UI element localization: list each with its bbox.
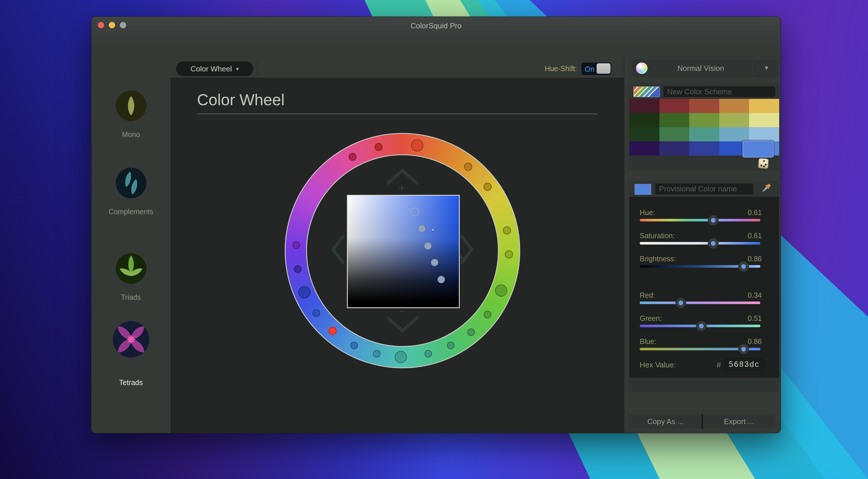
wheel-hue-dot[interactable] — [503, 226, 511, 234]
sidebar-item-mono[interactable] — [91, 88, 170, 124]
scheme-swatch[interactable] — [719, 127, 749, 141]
wheel-hue-dot[interactable] — [505, 250, 513, 259]
striped-swatch-icon — [633, 87, 660, 97]
scheme-name-placeholder: New Color Scheme — [667, 87, 732, 96]
sidebar-item-triads[interactable] — [91, 250, 170, 287]
eyedropper-icon[interactable] — [759, 182, 772, 196]
wheel-hue-dot[interactable] — [464, 163, 472, 171]
sidebar-item-tetrads[interactable] — [91, 318, 170, 361]
scheme-swatch[interactable] — [689, 99, 719, 113]
wheel-hue-dot[interactable] — [375, 143, 382, 151]
slider-row-red: Red:0.34 — [629, 291, 779, 308]
scheme-swatch[interactable] — [719, 99, 749, 113]
scheme-swatch[interactable] — [629, 99, 659, 113]
wheel-hue-dot[interactable] — [425, 350, 432, 357]
slider-thumb[interactable] — [696, 321, 707, 331]
scheme-swatch[interactable] — [629, 127, 659, 141]
toggle-knob[interactable] — [597, 63, 611, 74]
slider-label: Blue: — [640, 337, 656, 346]
wheel-hue-dot[interactable] — [349, 153, 356, 161]
slider-row-saturation: Saturation:0.61 — [629, 232, 779, 249]
vision-mode-dropdown[interactable]: Normal Vision ▼ — [631, 60, 778, 77]
color-name-placeholder: Provisional Color name — [659, 184, 737, 194]
wheel-hue-dot[interactable] — [292, 241, 300, 249]
sidebar-item-complements[interactable] — [91, 165, 170, 201]
hex-input[interactable]: 5683dc — [724, 358, 764, 370]
wheel-hue-dot[interactable] — [373, 350, 380, 357]
square-history-dot[interactable] — [424, 242, 432, 250]
slider-thumb[interactable] — [708, 238, 718, 249]
scheme-swatch[interactable] — [659, 141, 689, 156]
slider-label: Brightness: — [640, 255, 676, 263]
window-title: ColorSquid Pro — [91, 22, 781, 30]
scheme-swatch[interactable] — [689, 141, 719, 156]
saturation-brightness-square[interactable] — [347, 195, 460, 308]
slider-thumb[interactable] — [738, 261, 749, 272]
color-wheel[interactable]: + - - + — [285, 133, 520, 368]
color-scheme-card: New Color Scheme — [629, 83, 779, 171]
toolbar-divider — [257, 60, 257, 77]
square-history-dot[interactable] — [431, 259, 438, 266]
slider-track[interactable] — [640, 324, 761, 327]
square-history-dot[interactable] — [437, 276, 445, 283]
slider-thumb[interactable] — [676, 298, 686, 308]
sidebar-item-label: Triads — [91, 293, 170, 302]
scheme-swatch[interactable] — [629, 141, 659, 156]
scheme-swatch[interactable] — [749, 113, 779, 127]
square-selection-ring[interactable] — [410, 208, 419, 216]
slider-track[interactable] — [640, 242, 761, 245]
sidebar-item-label: Tetrads — [91, 378, 170, 387]
scheme-name-input[interactable]: New Color Scheme — [663, 87, 775, 97]
wheel-hue-dot[interactable] — [298, 286, 310, 298]
wheel-hue-dot[interactable] — [411, 139, 423, 151]
scheme-swatch[interactable] — [749, 99, 779, 113]
desktop-wallpaper: ColorSquid Pro Color Wheel ▾ Hue-Shift: … — [0, 0, 868, 479]
sidebar-item-label: Complements — [91, 208, 170, 216]
wheel-hue-dot[interactable] — [447, 342, 455, 349]
wheel-hue-dot[interactable] — [467, 329, 475, 336]
wheel-hue-dot[interactable] — [484, 183, 492, 191]
wheel-hue-dot[interactable] — [294, 265, 302, 273]
titlebar[interactable]: ColorSquid Pro — [91, 17, 781, 52]
slider-track[interactable] — [640, 348, 761, 350]
complements-leaves-icon — [113, 165, 149, 201]
square-history-dot[interactable] — [418, 225, 426, 232]
scheme-swatch[interactable] — [659, 99, 689, 113]
slider-value: 0.61 — [748, 232, 762, 240]
chevron-down-icon: ▾ — [236, 65, 239, 72]
right-panel: Normal Vision ▼ New Color Scheme — [624, 57, 781, 433]
wheel-hue-dot[interactable] — [350, 342, 358, 349]
color-name-input[interactable]: Provisional Color name — [655, 183, 753, 194]
slider-value: 0.61 — [748, 208, 762, 217]
tetrads-petals-icon — [110, 318, 153, 361]
scheme-swatch[interactable] — [689, 127, 719, 141]
hue-shift-label: Hue-Shift: — [511, 65, 577, 73]
slider-thumb[interactable] — [708, 215, 718, 226]
arrow-down-icon[interactable] — [385, 315, 420, 334]
export-button[interactable]: Export ... — [703, 414, 775, 429]
view-selector-dropdown[interactable]: Color Wheel ▾ — [176, 62, 253, 76]
wheel-hue-dot[interactable] — [395, 351, 407, 363]
slider-track[interactable] — [640, 302, 761, 304]
scheme-swatch[interactable] — [689, 113, 719, 127]
copy-as-button[interactable]: Copy As ... — [629, 414, 702, 429]
wheel-hue-dot[interactable] — [495, 284, 507, 297]
slider-track[interactable] — [640, 219, 761, 221]
slider-track[interactable] — [640, 265, 761, 268]
scheme-swatch[interactable] — [719, 113, 749, 127]
slider-value: 0.86 — [748, 337, 762, 346]
selected-swatch[interactable] — [742, 140, 774, 158]
slider-value: 0.86 — [748, 255, 762, 263]
hue-shift-toggle[interactable]: On — [581, 62, 612, 75]
arrow-left-icon[interactable] — [330, 234, 346, 265]
current-color-swatch[interactable] — [634, 184, 651, 195]
scheme-swatch[interactable] — [659, 127, 689, 141]
scheme-swatch[interactable] — [629, 113, 659, 127]
scheme-swatch[interactable] — [659, 113, 689, 127]
main-content: Color Wheel + - - + — [170, 78, 624, 433]
color-sphere-icon — [636, 62, 648, 74]
slider-thumb[interactable] — [738, 344, 749, 354]
slider-label: Green: — [640, 314, 662, 322]
dice-icon[interactable] — [758, 158, 769, 169]
scheme-swatch[interactable] — [749, 127, 779, 141]
